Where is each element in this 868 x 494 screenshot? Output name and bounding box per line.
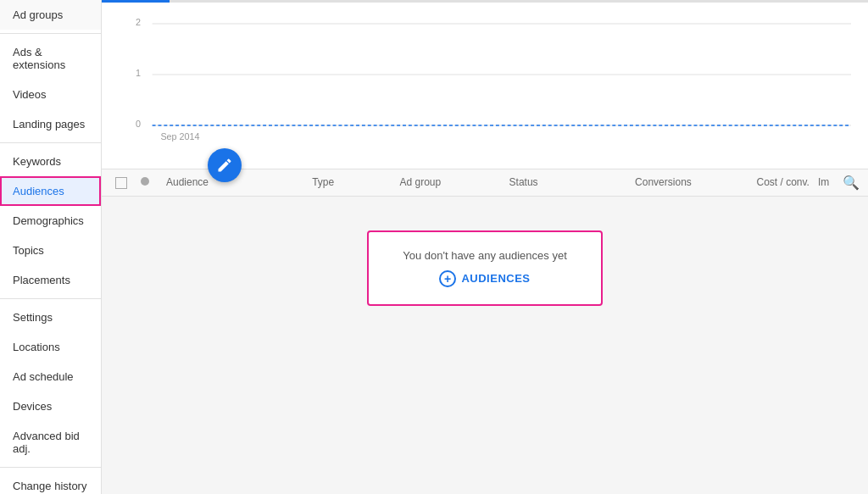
sidebar-divider-2 <box>0 142 101 143</box>
sidebar: Ad groups Ads & extensions Videos Landin… <box>0 0 102 494</box>
checkbox-box[interactable] <box>115 177 127 189</box>
empty-state-area: You don't have any audiences yet + AUDIE… <box>102 197 868 494</box>
chart-svg: 2 1 0 Sep 2014 <box>136 8 851 144</box>
sidebar-item-devices[interactable]: Devices <box>0 391 101 421</box>
empty-state-box: You don't have any audiences yet + AUDIE… <box>367 230 603 306</box>
sidebar-item-audiences[interactable]: Audiences <box>0 176 101 206</box>
sidebar-item-locations[interactable]: Locations <box>0 332 101 362</box>
col-status-header: Status <box>509 176 582 188</box>
add-audiences-label: AUDIENCES <box>461 272 530 285</box>
plus-circle-icon: + <box>439 270 456 287</box>
main-content: 2 1 0 Sep 2014 Audience Type A <box>102 0 868 494</box>
sidebar-item-change-history[interactable]: Change history <box>0 471 101 494</box>
col-costconv-header: Cost / conv. <box>700 176 818 188</box>
empty-state-message: You don't have any audiences yet <box>403 249 567 262</box>
svg-text:1: 1 <box>136 68 141 78</box>
svg-text:2: 2 <box>136 17 141 27</box>
sidebar-divider-4 <box>0 467 101 468</box>
search-icon[interactable]: 🔍 <box>843 175 860 191</box>
edit-fab-button[interactable] <box>208 148 242 182</box>
col-type-header: Type <box>312 176 399 188</box>
sidebar-item-landing-pages[interactable]: Landing pages <box>0 109 101 139</box>
sidebar-item-keywords[interactable]: Keywords <box>0 147 101 176</box>
sidebar-item-ads-extensions[interactable]: Ads & extensions <box>0 37 101 80</box>
col-adgroup-header: Ad group <box>399 176 509 188</box>
col-conversions-header: Conversions <box>582 176 700 188</box>
sidebar-item-ad-groups[interactable]: Ad groups <box>0 0 101 30</box>
sidebar-item-ad-schedule[interactable]: Ad schedule <box>0 362 101 391</box>
status-dot <box>141 177 149 186</box>
chart-area: 2 1 0 Sep 2014 <box>102 0 868 169</box>
select-all-checkbox[interactable] <box>115 176 141 189</box>
sidebar-divider-3 <box>0 298 101 299</box>
sidebar-item-settings[interactable]: Settings <box>0 303 101 332</box>
sidebar-divider <box>0 33 101 34</box>
sidebar-item-demographics[interactable]: Demographics <box>0 206 101 236</box>
col-audience-header: Audience <box>166 176 312 188</box>
sidebar-item-advanced-bid[interactable]: Advanced bid adj. <box>0 421 101 463</box>
add-audiences-button[interactable]: + AUDIENCES <box>439 270 530 287</box>
sidebar-item-placements[interactable]: Placements <box>0 265 101 295</box>
pencil-icon <box>216 157 233 174</box>
svg-text:Sep 2014: Sep 2014 <box>160 131 199 142</box>
sidebar-item-topics[interactable]: Topics <box>0 236 101 265</box>
svg-text:0: 0 <box>136 119 141 129</box>
sidebar-item-videos[interactable]: Videos <box>0 80 101 109</box>
status-dot-col <box>141 176 166 188</box>
